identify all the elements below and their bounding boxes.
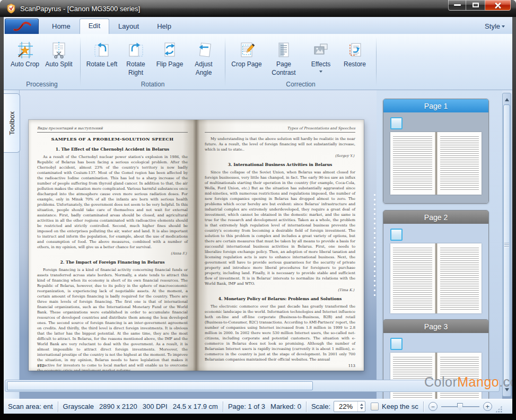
section-heading-1: 1. The Effect of the Chernobyl Accident … (37, 147, 188, 152)
spin-down-icon[interactable] (360, 407, 363, 411)
flip-page-icon (160, 39, 179, 60)
scale-value[interactable]: 22% (334, 401, 357, 412)
group-label-rotation: Rotation (81, 81, 225, 88)
app-menu-button[interactable] (5, 19, 39, 34)
auto-crop-label: Auto Crop (11, 60, 39, 69)
app-window: ScanPapyrus - [Canon MG3500 series] Home… (0, 0, 516, 420)
ribbon-tab-strip: Home Edit Layout Help Style (4, 17, 512, 34)
page-contrast-label: Page Contrast (264, 60, 304, 77)
running-header-left: Виды презентаций и выступлений (37, 126, 188, 133)
ribbon-separator (376, 37, 377, 86)
page-contrast-button[interactable]: Page Contrast (264, 38, 304, 77)
tab-home[interactable]: Home (43, 19, 80, 34)
page-3-title: Page 3 (424, 322, 448, 331)
page-2-checkbox[interactable] (390, 229, 403, 241)
page-1-header[interactable]: Page 1 (383, 99, 488, 112)
scale-label: Scale: (311, 402, 330, 410)
page-contrast-icon (274, 39, 293, 60)
group-label-processing: Processing (4, 81, 80, 88)
page-1-title: Page 1 (424, 102, 448, 110)
close-button[interactable] (485, 0, 511, 11)
flip-page-button[interactable]: Flip Page (153, 38, 187, 69)
section-heading-4: 4. Monetary Policy of Belarus: Problems … (205, 296, 355, 301)
section-paragraph-0: My understanding is that the above solut… (205, 136, 355, 152)
restore-label: Restore (344, 60, 366, 69)
scale-spinbox[interactable]: 22% (334, 401, 365, 412)
ribbon-group-correction: Crop Page Pag (225, 34, 376, 90)
zoom-slider-thumb[interactable] (457, 403, 463, 410)
author-signature-3: (Tima K.) (206, 288, 354, 292)
auto-split-icon (49, 39, 68, 60)
colormango-watermark: ColorMango.com (424, 374, 512, 390)
rotate-right-button[interactable]: Rotate Right (119, 38, 153, 77)
chevron-down-icon (502, 25, 505, 29)
effects-dropdown-arrow-icon (319, 71, 322, 74)
page-2-header[interactable]: Page 2 (383, 211, 488, 224)
tab-edit[interactable]: Edit (80, 19, 109, 34)
page-2-body (383, 224, 488, 322)
zoom-in-button[interactable]: + (483, 402, 492, 411)
effects-button[interactable]: Effects (304, 38, 338, 74)
page-1-body (383, 112, 488, 203)
page-2-preview (390, 243, 482, 313)
zoom-out-button[interactable]: − (428, 402, 438, 411)
toolbox-tab[interactable]: Toolbox (4, 93, 20, 153)
rotate-left-button[interactable]: Rotate Left (85, 38, 119, 69)
adjust-angle-label: Adjust Angle (187, 60, 221, 77)
auto-crop-button[interactable]: Auto Crop (8, 38, 42, 69)
adjust-angle-button[interactable]: Adjust Angle (187, 38, 221, 77)
restore-button[interactable]: Restore (338, 38, 372, 69)
crop-page-label: Crop Page (231, 60, 261, 69)
panel-splitter-handle[interactable] (374, 194, 375, 296)
effects-icon (311, 39, 330, 60)
scroll-up-button[interactable] (503, 94, 510, 103)
vertical-scrollbar[interactable] (502, 93, 511, 397)
tab-layout[interactable]: Layout (109, 19, 148, 34)
page-3-header[interactable]: Page 3 (383, 320, 488, 333)
dpi-status: 300 DPI (143, 402, 168, 410)
crop-page-button[interactable]: Crop Page (230, 38, 264, 69)
maximize-button[interactable] (466, 0, 485, 11)
style-dropdown-label: Style (485, 22, 500, 30)
statusbar-separator (58, 401, 58, 412)
resize-grip[interactable] (495, 406, 502, 413)
document-page-left: Виды презентаций и выступлений SAMPLES O… (29, 120, 196, 371)
page-info-status: Page: 1 of 3 (228, 402, 265, 410)
minimize-button[interactable] (448, 0, 466, 11)
ribbon-group-processing: Auto Crop (4, 34, 80, 90)
author-signature-1: (Anna F.) (38, 251, 187, 256)
page-thumbnail-1[interactable]: Page 1 (383, 99, 489, 204)
group-label-correction: Correction (225, 81, 376, 88)
ribbon-group-rotation: Rotate Left Rotate Right (81, 34, 225, 90)
crop-page-icon (237, 39, 256, 60)
rotate-right-icon (126, 39, 145, 60)
scan-preview[interactable]: Виды презентаций и выступлений SAMPLES O… (29, 120, 364, 371)
auto-split-button[interactable]: Auto Split (42, 38, 76, 69)
keep-scale-checkbox[interactable] (371, 402, 379, 410)
page-thumbnail-2[interactable]: Page 2 (383, 210, 489, 322)
style-dropdown[interactable]: Style (485, 22, 505, 34)
size-cm-status: 24.5 x 17.9 cm (173, 402, 218, 410)
vertical-scrollbar-thumb[interactable] (503, 104, 510, 385)
section-paragraph-1: As a result of the Chernobyl nuclear pow… (37, 154, 188, 250)
spin-up-icon[interactable] (360, 402, 363, 406)
rotate-right-label: Rotate Right (119, 60, 153, 77)
scale-spinner-arrows (357, 401, 365, 412)
horizontal-scrollbar-thumb[interactable] (7, 381, 313, 390)
auto-split-label: Auto Split (45, 60, 72, 69)
color-mode-status: Grayscale (63, 402, 94, 410)
watermark-com: .com (499, 374, 512, 389)
workspace: Toolbox Виды презентаций и выступлений S… (4, 90, 512, 399)
watermark-mango: Mango (457, 374, 499, 389)
page-3-checkbox[interactable] (390, 338, 403, 350)
app-icon[interactable] (6, 3, 16, 14)
page-1-checkbox[interactable] (390, 117, 403, 129)
flip-page-label: Flip Page (156, 60, 183, 69)
zoom-slider[interactable] (441, 401, 479, 412)
title-bar: ScanPapyrus - [Canon MG3500 series] (0, 0, 516, 17)
tab-help[interactable]: Help (148, 19, 180, 34)
running-header-right: Types of Presentations and Speeches (205, 126, 355, 133)
statusbar-separator (306, 401, 307, 412)
page-2-title: Page 2 (424, 213, 448, 222)
scan-area-status: Scan area: ent (8, 402, 53, 410)
